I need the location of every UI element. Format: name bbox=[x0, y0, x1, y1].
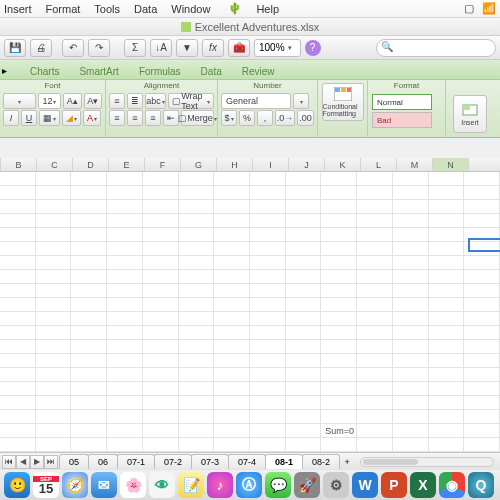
halign-center[interactable]: ≡ bbox=[127, 110, 143, 126]
undo-button[interactable]: ↶ bbox=[62, 39, 84, 57]
halign-left[interactable]: ≡ bbox=[109, 110, 125, 126]
sheet-07-4[interactable]: 07-4 bbox=[228, 454, 266, 469]
calendar-icon[interactable]: SEP15 bbox=[33, 472, 59, 498]
settings-icon[interactable]: ⚙︎ bbox=[323, 472, 349, 498]
tab-charts[interactable]: Charts bbox=[20, 63, 69, 79]
powerpoint-icon[interactable]: P bbox=[381, 472, 407, 498]
safari-icon[interactable]: 🧭 bbox=[62, 472, 88, 498]
currency[interactable]: $ bbox=[221, 110, 237, 126]
sheet-08-1[interactable]: 08-1 bbox=[265, 454, 303, 469]
print-button[interactable]: 🖨 bbox=[30, 39, 52, 57]
merge[interactable]: ▢ Merge bbox=[181, 110, 214, 126]
sheet-06[interactable]: 06 bbox=[88, 454, 118, 469]
spreadsheet-grid[interactable]: B C D E F G H I J K L M N bbox=[0, 158, 500, 452]
conditional-formatting[interactable]: Conditional Formatting bbox=[322, 83, 364, 121]
tab-smartart[interactable]: SmartArt bbox=[69, 63, 128, 79]
autosum-button[interactable]: Σ bbox=[124, 39, 146, 57]
shrink-font[interactable]: A▾ bbox=[84, 93, 103, 109]
preview-icon[interactable]: 👁 bbox=[149, 472, 175, 498]
fx-button[interactable]: fx bbox=[202, 39, 224, 57]
col-L[interactable]: L bbox=[361, 158, 397, 171]
sheet-nav-prev[interactable]: ◀ bbox=[16, 455, 30, 469]
align-left[interactable]: ≡ bbox=[109, 93, 125, 109]
align-mid[interactable]: ≣ bbox=[127, 93, 143, 109]
filter-button[interactable]: ▼ bbox=[176, 39, 198, 57]
menu-format[interactable]: Format bbox=[46, 3, 81, 15]
number-format-dd[interactable] bbox=[293, 93, 309, 109]
font-select[interactable] bbox=[3, 93, 36, 109]
col-H[interactable]: H bbox=[217, 158, 253, 171]
save-button[interactable]: 💾 bbox=[4, 39, 26, 57]
horizontal-scrollbar[interactable] bbox=[360, 457, 494, 467]
tab-formulas[interactable]: Formulas bbox=[129, 63, 191, 79]
messages-icon[interactable]: 💬 bbox=[265, 472, 291, 498]
comma[interactable]: , bbox=[257, 110, 273, 126]
notes-icon[interactable]: 📝 bbox=[178, 472, 204, 498]
sheet-05[interactable]: 05 bbox=[59, 454, 89, 469]
tab-review[interactable]: Review bbox=[232, 63, 285, 79]
tab-data[interactable]: Data bbox=[191, 63, 232, 79]
active-cell[interactable] bbox=[468, 238, 500, 252]
style-bad[interactable]: Bad bbox=[372, 112, 432, 128]
underline-button[interactable]: U bbox=[21, 110, 37, 126]
menu-window[interactable]: Window bbox=[171, 3, 210, 15]
zoom-select[interactable]: 100% bbox=[254, 39, 301, 57]
mail-icon[interactable]: ✉︎ bbox=[91, 472, 117, 498]
col-G[interactable]: G bbox=[181, 158, 217, 171]
col-J[interactable]: J bbox=[289, 158, 325, 171]
sheet-nav-last[interactable]: ⏭ bbox=[44, 455, 58, 469]
dec-dec[interactable]: .00 bbox=[297, 110, 314, 126]
col-C[interactable]: C bbox=[37, 158, 73, 171]
wrap-text[interactable]: ▢ Wrap Text bbox=[168, 93, 214, 109]
menu-insert[interactable]: Insert bbox=[4, 3, 32, 15]
col-I[interactable]: I bbox=[253, 158, 289, 171]
italic-button[interactable]: I bbox=[3, 110, 19, 126]
halign-right[interactable]: ≡ bbox=[145, 110, 161, 126]
font-color[interactable]: A bbox=[83, 110, 101, 126]
redo-button[interactable]: ↷ bbox=[88, 39, 110, 57]
sheet-08-2[interactable]: 08-2 bbox=[302, 454, 340, 469]
airplay-icon[interactable]: ▢ bbox=[464, 2, 474, 15]
menu-tools[interactable]: Tools bbox=[94, 3, 120, 15]
style-normal[interactable]: Normal bbox=[372, 94, 432, 110]
indent-dec[interactable]: ⇤ bbox=[163, 110, 179, 126]
add-sheet[interactable]: + bbox=[340, 457, 354, 467]
sheet-07-3[interactable]: 07-3 bbox=[191, 454, 229, 469]
chrome-icon[interactable]: ◉ bbox=[439, 472, 465, 498]
col-B[interactable]: B bbox=[1, 158, 37, 171]
col-M[interactable]: M bbox=[397, 158, 433, 171]
number-format[interactable]: General bbox=[221, 93, 291, 109]
percent[interactable]: % bbox=[239, 110, 255, 126]
border-button[interactable]: ▦ bbox=[39, 110, 60, 126]
excel-icon[interactable]: X bbox=[410, 472, 436, 498]
search-input[interactable] bbox=[376, 39, 496, 57]
quicktime-icon[interactable]: Q bbox=[468, 472, 494, 498]
sheet-07-1[interactable]: 07-1 bbox=[117, 454, 155, 469]
col-F[interactable]: F bbox=[145, 158, 181, 171]
orientation[interactable]: abc bbox=[145, 93, 166, 109]
sheet-nav-first[interactable]: ⏮ bbox=[2, 455, 16, 469]
col-D[interactable]: D bbox=[73, 158, 109, 171]
font-size[interactable]: 12 bbox=[38, 93, 61, 109]
col-E[interactable]: E bbox=[109, 158, 145, 171]
fill-color[interactable]: ◢ bbox=[62, 110, 81, 126]
menu-data[interactable]: Data bbox=[134, 3, 157, 15]
word-icon[interactable]: W bbox=[352, 472, 378, 498]
appstore-icon[interactable]: Ⓐ bbox=[236, 472, 262, 498]
launchpad-icon[interactable]: 🚀 bbox=[294, 472, 320, 498]
itunes-icon[interactable]: ♪ bbox=[207, 472, 233, 498]
ribbon-toggle[interactable]: ▸ bbox=[2, 65, 16, 79]
dec-inc[interactable]: .0→ bbox=[275, 110, 295, 126]
insert-button[interactable]: Insert bbox=[453, 95, 487, 133]
help-button[interactable]: ? bbox=[305, 40, 321, 56]
col-K[interactable]: K bbox=[325, 158, 361, 171]
wifi-icon[interactable]: 📶 bbox=[482, 2, 496, 15]
grow-font[interactable]: A▴ bbox=[63, 93, 82, 109]
sort-button[interactable]: ↓A bbox=[150, 39, 172, 57]
photos-icon[interactable]: 🌸 bbox=[120, 472, 146, 498]
menu-help[interactable]: Help bbox=[256, 3, 279, 15]
sheet-07-2[interactable]: 07-2 bbox=[154, 454, 192, 469]
col-N[interactable]: N bbox=[433, 158, 469, 171]
finder-icon[interactable]: 🙂 bbox=[4, 472, 30, 498]
toolbox-button[interactable]: 🧰 bbox=[228, 39, 250, 57]
